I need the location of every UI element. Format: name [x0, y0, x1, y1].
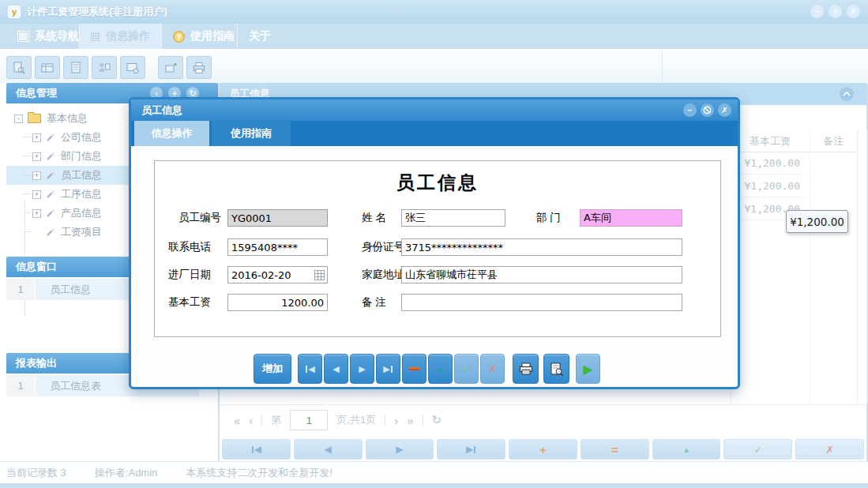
cancel-button[interactable]: ✗ [480, 354, 505, 384]
expand-icon[interactable]: + [32, 133, 41, 142]
confirm-button[interactable]: ✓ [454, 354, 479, 384]
table-view-button[interactable] [35, 56, 60, 79]
grid-column-line [810, 130, 810, 403]
row-index: 1 [6, 279, 36, 300]
confirm-icon: ✓ [753, 444, 762, 456]
prev-record-button[interactable]: ◀ [324, 354, 348, 384]
prev-page-button[interactable]: ‹ [249, 414, 253, 427]
record-prev-button[interactable]: ◀ [294, 439, 363, 460]
archive-add-icon [163, 61, 178, 75]
record-first-button[interactable]: ◀ [222, 439, 291, 460]
dialog-tab-info-ops[interactable]: 信息操作 [134, 121, 209, 146]
emp-no-label: 员工编号 [178, 209, 221, 227]
phone-label: 联系电话 [168, 238, 211, 256]
id-card-label: 身份证号 [362, 238, 404, 256]
record-cancel-button[interactable]: ✗ [795, 439, 864, 460]
first-page-button[interactable]: « [234, 414, 240, 427]
app-icon: y [8, 6, 21, 18]
collapse-expander-icon[interactable]: - [14, 114, 23, 123]
print-preview-button[interactable] [543, 354, 569, 384]
page-label-suffix: 页,共1页 [336, 413, 376, 427]
expand-icon[interactable]: + [32, 152, 41, 161]
dialog-restore-button[interactable] [701, 103, 714, 117]
entry-date-field-wrap [227, 266, 328, 283]
dialog-minimize-button[interactable]: − [683, 103, 697, 117]
next-icon: ▶ [359, 364, 365, 374]
expand-icon[interactable]: + [32, 209, 41, 218]
first-record-button[interactable]: ◀ [298, 354, 322, 384]
dialog-title: 员工信息 [131, 99, 738, 121]
tab-info-ops[interactable]: 信息操作 [79, 24, 161, 49]
delete-record-button[interactable] [402, 354, 426, 384]
cancel-icon: ✗ [825, 444, 834, 456]
record-edit-button[interactable]: ▲ [652, 439, 721, 460]
column-header-base-salary[interactable]: 基本工资 [731, 130, 810, 152]
refresh-button[interactable]: ↻ [432, 413, 442, 427]
record-remove-button[interactable]: = [581, 439, 649, 460]
tree-stub [23, 137, 32, 138]
record-last-button[interactable]: ▶ [437, 439, 505, 460]
dialog-tab-guide[interactable]: 使用指南 [212, 121, 291, 146]
document-button[interactable] [63, 56, 88, 79]
name-field[interactable] [401, 209, 505, 227]
next-page-button[interactable]: › [394, 414, 398, 427]
entry-date-field[interactable] [228, 269, 314, 281]
tree-stub [23, 175, 32, 176]
record-confirm-button[interactable]: ✓ [723, 439, 792, 460]
tab-about[interactable]: 关于 [237, 24, 282, 49]
column-header-remark[interactable]: 备注 [810, 130, 857, 152]
tree-label: 产品信息 [61, 206, 102, 220]
vertical-scrollbar[interactable] [857, 130, 867, 403]
record-add-button[interactable]: + [509, 439, 577, 460]
add-record-button[interactable]: 增加 [254, 354, 291, 384]
grid-cell-salary[interactable]: ¥1,200.00 [731, 152, 805, 175]
play-icon: ▶ [583, 362, 592, 377]
confirm-icon: ✓ [462, 362, 472, 375]
tree-label: 工资项目 [61, 225, 102, 239]
run-button[interactable]: ▶ [576, 354, 600, 384]
wand-icon [46, 227, 55, 237]
dialog-titlebar[interactable]: 员工信息 − ✗ [131, 99, 738, 121]
collapse-panel-button[interactable] [840, 87, 854, 101]
first-icon: ◀ [308, 364, 314, 374]
address-field[interactable] [401, 266, 682, 283]
record-count-status: 当前记录数 3 [6, 466, 66, 480]
search-document-button[interactable] [6, 56, 32, 79]
remark-field[interactable] [401, 294, 682, 311]
archive-add-button[interactable] [158, 56, 183, 79]
window-search-button[interactable] [120, 56, 145, 79]
tree-label: 公司信息 [61, 130, 102, 145]
separator [423, 414, 423, 426]
base-salary-field[interactable] [227, 294, 328, 311]
remove-icon: = [611, 443, 618, 456]
dept-field[interactable] [580, 209, 682, 227]
next-record-button[interactable]: ▶ [350, 354, 374, 384]
system-message: 本系统支持二次开发和全新开发! [186, 466, 333, 480]
expand-icon[interactable]: + [32, 171, 41, 180]
minimize-button[interactable]: − [810, 5, 824, 18]
tab-system-nav[interactable]: 系统导航 [6, 24, 90, 49]
emp-no-field[interactable] [227, 209, 328, 227]
dialog-close-button[interactable]: ✗ [718, 103, 731, 117]
user-settings-button[interactable] [92, 56, 117, 79]
wand-icon [46, 133, 55, 142]
last-page-button[interactable]: » [407, 414, 413, 427]
maximize-button[interactable]: + [829, 5, 842, 18]
window-icon [17, 31, 29, 42]
printer-button[interactable] [186, 56, 212, 79]
record-next-button[interactable]: ▶ [366, 439, 434, 460]
close-button[interactable]: ✗ [847, 5, 860, 18]
grid-cell-salary[interactable]: ¥1,200.00 [731, 175, 805, 197]
id-card-field[interactable] [401, 238, 682, 256]
tab-label: 使用指南 [190, 29, 235, 43]
print-button[interactable] [513, 354, 539, 384]
expand-icon[interactable]: + [32, 190, 41, 199]
ban-icon [703, 106, 712, 114]
page-number-input[interactable] [290, 410, 328, 430]
edit-record-button[interactable]: ▲ [428, 354, 453, 384]
phone-field[interactable] [227, 238, 328, 256]
operator-status: 操作者:Admin [95, 466, 157, 480]
calendar-icon[interactable] [314, 270, 325, 280]
last-record-button[interactable]: ▶ [376, 354, 400, 384]
tab-user-guide[interactable]: ? 使用指南 [161, 24, 246, 49]
